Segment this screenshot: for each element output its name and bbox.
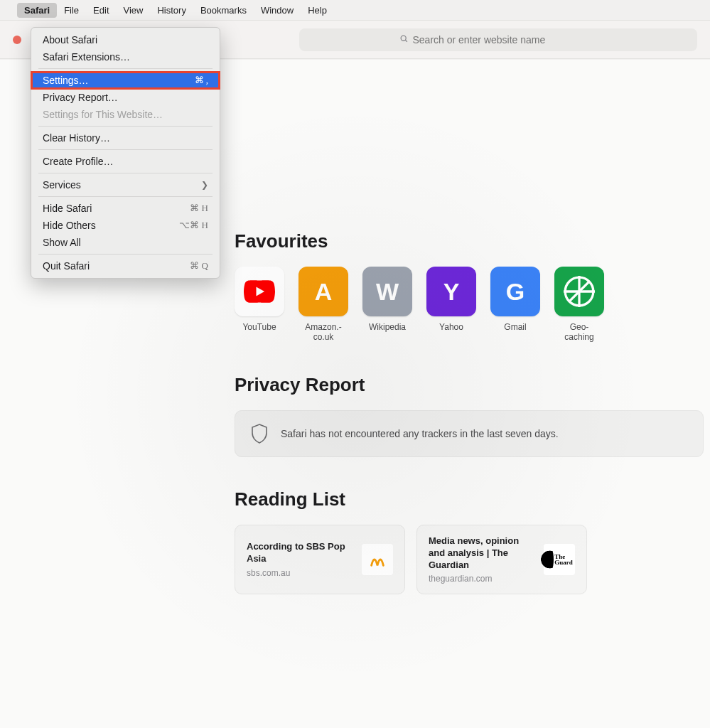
menu-file[interactable]: File (57, 3, 86, 18)
menu-separator (38, 126, 213, 127)
guardian-icon: TheGuard (544, 544, 575, 575)
menu-separator (38, 68, 213, 69)
menu-separator (38, 149, 213, 150)
menu-settings-label: Settings… (43, 75, 89, 86)
favourite-label: Geo-caching (554, 322, 604, 343)
favourite-geocaching[interactable]: Geo-caching (554, 267, 604, 343)
close-window-icon[interactable] (13, 36, 21, 44)
privacy-message: Safari has not encountered any trackers … (281, 428, 559, 439)
privacy-heading: Privacy Report (235, 374, 710, 396)
address-search-bar[interactable] (299, 28, 697, 51)
menu-privacy-report[interactable]: Privacy Report… (31, 89, 220, 106)
menu-create-profile[interactable]: Create Profile… (31, 153, 220, 170)
wikipedia-icon: W (362, 267, 412, 316)
menu-quit-safari[interactable]: Quit Safari ⌘ Q (31, 257, 220, 274)
menu-services[interactable]: Services ❯ (31, 176, 220, 193)
menu-about-safari[interactable]: About Safari (31, 31, 220, 48)
menu-edit[interactable]: Edit (86, 3, 116, 18)
svg-line-1 (405, 40, 407, 42)
reading-list-heading: Reading List (235, 488, 710, 510)
menu-hide-others-shortcut: ⌥⌘ H (179, 220, 208, 231)
menu-quit-label: Quit Safari (43, 260, 90, 272)
favourites-heading: Favourites (235, 230, 710, 252)
favourites-row: YouTube A Amazon.-co.uk W Wikipedia Y Ya… (235, 267, 710, 343)
menu-view[interactable]: View (117, 3, 151, 18)
favourite-amazon[interactable]: A Amazon.-co.uk (298, 267, 348, 343)
favourite-label: Amazon.-co.uk (298, 322, 348, 343)
menu-safari[interactable]: Safari (17, 3, 57, 18)
menu-separator (38, 254, 213, 255)
menu-settings-shortcut: ⌘ , (195, 75, 209, 86)
menu-safari-extensions[interactable]: Safari Extensions… (31, 48, 220, 65)
shield-icon (251, 424, 268, 444)
menu-separator (38, 196, 213, 197)
favourite-youtube[interactable]: YouTube (235, 267, 284, 343)
menu-settings[interactable]: Settings… ⌘ , (31, 72, 220, 89)
menu-hide-others-label: Hide Others (43, 220, 96, 231)
yahoo-icon: Y (426, 267, 476, 316)
reading-item-domain: sbs.com.au (247, 568, 353, 578)
svg-point-0 (401, 36, 406, 41)
favourite-yahoo[interactable]: Y Yahoo (426, 267, 476, 343)
menu-help[interactable]: Help (301, 3, 334, 18)
menu-bookmarks[interactable]: Bookmarks (193, 3, 254, 18)
menu-hide-safari-shortcut: ⌘ H (190, 203, 208, 214)
chevron-right-icon: ❯ (201, 180, 208, 190)
reading-item-sbs[interactable]: According to SBS Pop Asia sbs.com.au (235, 525, 405, 595)
search-input[interactable] (413, 34, 598, 46)
reading-item-title: Media news, opinion and analysis | The G… (429, 535, 535, 572)
menu-window[interactable]: Window (254, 3, 301, 18)
search-icon (399, 34, 409, 46)
safari-menu-dropdown: About Safari Safari Extensions… Settings… (31, 27, 220, 279)
favourite-label: YouTube (235, 322, 284, 332)
youtube-icon (235, 267, 284, 316)
reading-item-guardian[interactable]: Media news, opinion and analysis | The G… (416, 525, 587, 595)
reading-item-title: According to SBS Pop Asia (247, 541, 353, 565)
favourite-wikipedia[interactable]: W Wikipedia (362, 267, 412, 343)
menu-hide-safari-label: Hide Safari (43, 203, 92, 214)
reading-item-domain: theguardian.com (429, 574, 535, 584)
sbs-icon (362, 544, 393, 575)
menu-hide-safari[interactable]: Hide Safari ⌘ H (31, 200, 220, 217)
menu-services-label: Services (43, 179, 81, 191)
favourite-label: Gmail (490, 322, 540, 332)
menu-hide-others[interactable]: Hide Others ⌥⌘ H (31, 217, 220, 234)
menu-separator (38, 173, 213, 173)
menubar: Safari File Edit View History Bookmarks … (0, 0, 710, 20)
menu-site-settings: Settings for This Website… (31, 106, 220, 123)
geocaching-icon (554, 267, 604, 316)
favourite-gmail[interactable]: G Gmail (490, 267, 540, 343)
favourite-label: Yahoo (426, 322, 476, 332)
menu-quit-shortcut: ⌘ Q (190, 260, 208, 272)
menu-history[interactable]: History (150, 3, 193, 18)
menu-show-all[interactable]: Show All (31, 234, 220, 251)
amazon-icon: A (298, 267, 348, 316)
reading-list-row: According to SBS Pop Asia sbs.com.au Med… (235, 525, 710, 595)
privacy-report-card[interactable]: Safari has not encountered any trackers … (235, 410, 704, 457)
favourite-label: Wikipedia (362, 322, 412, 332)
menu-clear-history[interactable]: Clear History… (31, 129, 220, 146)
gmail-icon: G (490, 267, 540, 316)
